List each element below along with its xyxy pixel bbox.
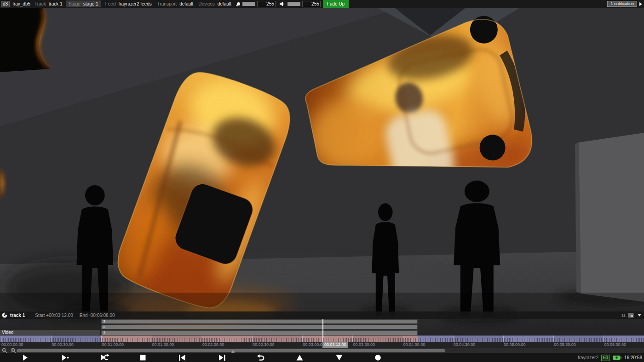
- hold-icon: [374, 354, 383, 362]
- up-button[interactable]: [295, 354, 305, 362]
- machine-name: frayrazer2: [578, 355, 598, 360]
- feed-menu-value[interactable]: frayrazer2 feeds: [118, 1, 151, 6]
- d3-application-window: d3 fray_db5 Track track 1 Stage stage 1 …: [0, 0, 644, 362]
- ruler-label: 00:01:30.00: [152, 342, 174, 347]
- return-to-start-icon: [257, 354, 265, 362]
- volume-icon: [279, 1, 285, 6]
- ruler-label: 00:00:00.00: [1, 342, 23, 347]
- ruler-label: 00:02:00.00: [202, 342, 224, 347]
- layer-name-video[interactable]: Video: [0, 330, 100, 335]
- down-button[interactable]: [334, 354, 345, 362]
- next-section-button[interactable]: [217, 354, 227, 362]
- hold-button[interactable]: [373, 354, 383, 362]
- stage-menu-value[interactable]: stage 1: [83, 1, 98, 6]
- ruler-label: 00:03:00.00: [303, 342, 325, 347]
- ruler-label: 00:03:30.00: [353, 342, 375, 347]
- loop-play-icon: [101, 354, 109, 362]
- status-bar: frayrazer2 60 16:20:58: [578, 353, 642, 362]
- stop-icon: [139, 354, 148, 362]
- loop-play-button[interactable]: [100, 354, 110, 362]
- up-icon: [296, 354, 305, 362]
- timeline-row-count: 11: [621, 313, 626, 317]
- top-menu-bar: d3 fray_db5 Track track 1 Stage stage 1 …: [0, 0, 644, 8]
- volume-value-field[interactable]: 255: [302, 1, 321, 7]
- track-menu-label: Track: [34, 1, 46, 6]
- timeline-collapse-icon[interactable]: [638, 314, 641, 317]
- transport-menu-value[interactable]: default: [179, 1, 193, 6]
- track-menu-value[interactable]: track 1: [49, 1, 63, 6]
- battery-icon: [613, 355, 621, 360]
- timeline-layer-bar-1[interactable]: 1: [101, 330, 418, 335]
- timeline-scrollbar[interactable]: [17, 349, 445, 352]
- track-name[interactable]: track 1: [10, 313, 25, 318]
- ruler-label: 00:06:00.00: [604, 342, 626, 347]
- fade-up-button[interactable]: Fade Up: [323, 0, 349, 8]
- transport-menu-label: Transport: [157, 1, 177, 6]
- ruler-label: 00:01:00.00: [102, 342, 124, 347]
- track-header-bar: track 1 Start +00:03:12.00 End -00:06:08…: [0, 311, 644, 319]
- zoom-out-icon[interactable]: [2, 348, 8, 353]
- brightness-slider[interactable]: [242, 2, 255, 6]
- feed-menu-label: Feed: [105, 1, 116, 6]
- brightness-icon: [237, 2, 240, 6]
- timeline-layer-bar-2[interactable]: 2: [101, 325, 418, 329]
- play-to-next-icon: [61, 354, 70, 362]
- project-menu-button[interactable]: fray_db5: [12, 1, 30, 6]
- play-to-next-button[interactable]: [60, 354, 70, 362]
- layers-thumbnail-icon[interactable]: [628, 313, 634, 318]
- ruler-label: 00:04:30.00: [454, 342, 476, 347]
- devices-menu-value[interactable]: default: [218, 1, 231, 6]
- track-head-icon: [2, 312, 7, 318]
- notification-badge[interactable]: 1 notification: [607, 1, 637, 7]
- stage-menu-group[interactable]: Stage stage 1: [66, 0, 101, 7]
- ruler-label: 00:05:30.00: [554, 342, 576, 347]
- next-section-icon: [218, 354, 227, 362]
- track-end-time: End -00:06:08.00: [80, 313, 115, 318]
- fps-badge: 60: [601, 355, 610, 361]
- zoom-in-icon[interactable]: [11, 348, 17, 353]
- stage-visualiser-scene: [0, 8, 644, 335]
- previous-section-button[interactable]: [177, 354, 187, 362]
- track-start-time: Start +00:03:12.00: [35, 313, 73, 318]
- current-timecode-label: 00:03:12.00: [322, 342, 348, 348]
- system-clock: 16:20:58: [624, 355, 642, 360]
- brightness-value-field[interactable]: 255: [257, 1, 276, 7]
- d3-menu-button[interactable]: d3: [1, 1, 10, 7]
- ruler-label: 00:00:30.00: [52, 342, 74, 347]
- volume-slider[interactable]: [288, 2, 300, 6]
- return-to-start-button[interactable]: [256, 354, 266, 362]
- stage-3d-viewport[interactable]: [0, 8, 644, 335]
- previous-section-icon: [178, 354, 187, 362]
- play-button[interactable]: [20, 354, 30, 362]
- notification-expand-icon[interactable]: [639, 2, 642, 6]
- down-icon: [335, 354, 344, 362]
- stage-menu-label: Stage: [69, 1, 80, 6]
- timeline-scroll-row: [0, 348, 644, 353]
- timeline-layer-bar-3[interactable]: 3: [101, 319, 418, 324]
- ruler-label: 00:04:00.00: [403, 342, 426, 347]
- transport-controls-bar: [0, 353, 644, 362]
- timeline-playhead[interactable]: [322, 319, 324, 342]
- devices-menu-label: Devices: [198, 1, 215, 6]
- ruler-label: 00:02:30.00: [253, 342, 275, 347]
- ruler-label: 00:05:00.00: [504, 342, 526, 347]
- stop-button[interactable]: [138, 354, 148, 362]
- play-icon: [21, 354, 30, 362]
